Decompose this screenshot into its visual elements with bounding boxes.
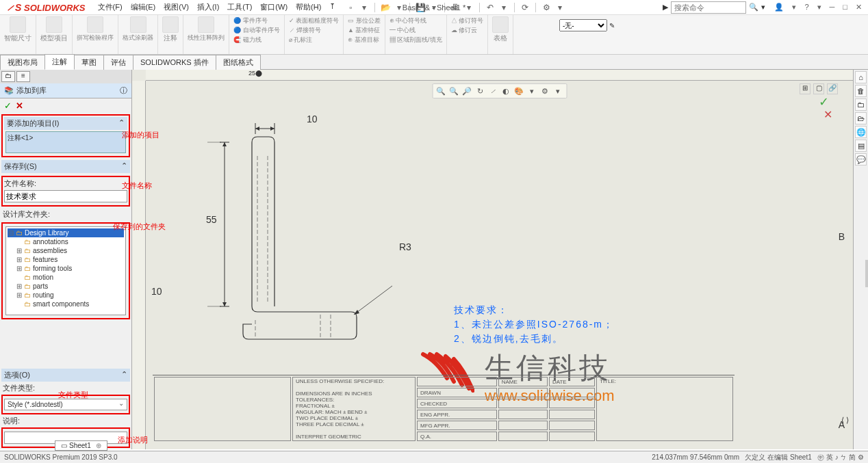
ribbon-revision[interactable]: △ 修订符号 ☁ 修订云 xyxy=(447,15,489,54)
task-home-icon[interactable]: ⌂ xyxy=(855,71,867,83)
title-block: UNLESS OTHERWISE SPECIFIED: DIMENSIONS A… xyxy=(153,375,735,442)
zoom-fit-icon[interactable]: 🔍 xyxy=(435,85,446,96)
status-mode: 欠定义 在编辑 Sheet1 xyxy=(745,453,811,461)
login-icon[interactable]: 👤 xyxy=(772,3,786,12)
rebuild-icon[interactable]: ⟳ xyxy=(520,2,531,13)
task-forum-icon[interactable]: 💬 xyxy=(855,153,867,166)
ribbon-note[interactable]: 注释 xyxy=(158,15,183,54)
appearance-icon[interactable]: 🎨 xyxy=(513,85,524,96)
search-container: ▶ 🔍 ▾ 👤▾ ?▾ ─ □ ✕ xyxy=(663,1,868,14)
items-listbox[interactable]: 注释<1> xyxy=(5,131,126,153)
viewport-close-icon[interactable]: ✕ xyxy=(824,108,832,121)
tab-sheet-format[interactable]: 图纸格式 xyxy=(216,55,261,70)
tree-node[interactable]: ⊞🗀features xyxy=(8,255,124,264)
design-library-tree[interactable]: ⊟🗀Design Library 🗀annotations ⊞🗀assembli… xyxy=(5,226,126,315)
filetype-combo[interactable]: Style (*.sldnotestl) xyxy=(4,399,127,410)
tree-node[interactable]: ⊞🗀routing xyxy=(8,291,124,300)
tree-node[interactable]: ⊞🗀forming tools xyxy=(8,264,124,273)
tree-root[interactable]: ⊟🗀Design Library xyxy=(8,228,124,237)
chevron-up-icon: ⌃ xyxy=(118,118,125,129)
zoom-area-icon[interactable]: 🔍 xyxy=(448,85,459,96)
tree-node[interactable]: 🗀smart components xyxy=(8,300,124,308)
sheet-icon: ▭ xyxy=(61,442,67,449)
tree-node[interactable]: ⊞🗀parts xyxy=(8,282,124,291)
panel-tab-config-icon[interactable]: ≡ xyxy=(16,71,30,82)
task-explorer-icon[interactable]: 🗁 xyxy=(855,112,867,124)
menu-view[interactable]: 视图(V) xyxy=(161,1,192,14)
options-icon[interactable]: ⚙ xyxy=(541,2,552,13)
minimize-button[interactable]: ─ xyxy=(828,3,837,12)
command-tabs: 视图布局 注解 草图 评估 SOLIDWORKS 插件 图纸格式 xyxy=(0,55,868,70)
canvas[interactable]: 🔍 🔍 🔎 ↻ ⟋ ◐ 🎨 ▾ ⚙ ▾ ⊞ ▢ 🔗 ✓ ✕ xyxy=(146,81,853,449)
search-icon[interactable]: 🔍 xyxy=(749,3,758,12)
close-button[interactable]: ✕ xyxy=(854,3,864,12)
open-icon[interactable]: 📂 xyxy=(380,2,391,13)
filetype-label: 文件类型: xyxy=(0,383,131,393)
viewport-controls: ⊞ ▢ 🔗 xyxy=(800,83,838,94)
ribbon-tables[interactable]: 表格 xyxy=(488,15,513,54)
panel-tab-feature-icon[interactable]: 🗀 xyxy=(1,71,15,82)
viewport-link-icon[interactable]: 🔗 xyxy=(827,83,838,94)
task-props-icon[interactable]: ▤ xyxy=(855,140,867,152)
sheet-tab[interactable]: ▭ Sheet1 ⊕ xyxy=(55,440,107,451)
section-icon[interactable]: ⟋ xyxy=(487,85,498,96)
rotate-icon[interactable]: ↻ xyxy=(474,85,485,96)
display-icon[interactable]: ◐ xyxy=(500,85,511,96)
task-library-icon[interactable]: 🗀 xyxy=(855,98,867,111)
tab-addins[interactable]: SOLIDWORKS 插件 xyxy=(133,55,216,70)
menu-tools[interactable]: 工具(T) xyxy=(225,1,255,14)
view-settings-icon[interactable]: ⚙ xyxy=(539,85,550,96)
tree-node[interactable]: ⊞🗀assemblies xyxy=(8,246,124,255)
viewport-max-icon[interactable]: ▢ xyxy=(813,83,824,94)
status-bar: SOLIDWORKS Premium 2019 SP3.0 214.037mm … xyxy=(0,451,868,463)
tab-sketch[interactable]: 草图 xyxy=(74,55,104,70)
search-input[interactable] xyxy=(671,1,746,14)
viewport-split-icon[interactable]: ⊞ xyxy=(800,83,810,94)
tab-annotate[interactable]: 注解 xyxy=(44,54,75,70)
menu-insert[interactable]: 插入(I) xyxy=(194,1,222,14)
status-ime[interactable]: ㊥ 英 ♪ ㄅ 简 ⚙ xyxy=(817,453,864,461)
ribbon-model-items[interactable]: 模型项目 xyxy=(36,15,73,54)
tab-view-layout[interactable]: 视图布局 xyxy=(0,55,45,70)
scroll-pager-icon[interactable]: ⟨ ⟩ xyxy=(841,416,849,425)
section-opts-header[interactable]: 选项(O)⌃ xyxy=(1,369,130,382)
new-icon[interactable]: ▫ xyxy=(345,2,356,13)
zoom-dyn-icon[interactable]: 🔎 xyxy=(461,85,472,96)
cancel-button[interactable]: ✕ xyxy=(16,101,23,111)
section-save-header[interactable]: 保存到(S)⌃ xyxy=(1,160,130,173)
search-toggle-icon[interactable]: ▶ xyxy=(663,3,668,12)
tree-node[interactable]: 🗀motion xyxy=(8,273,124,282)
ribbon-format-painter[interactable]: 格式涂刷器 xyxy=(118,15,158,54)
menu-window[interactable]: 窗口(W) xyxy=(257,1,290,14)
ribbon-balloon[interactable]: 🔵 零件序号 🔵 自动零件序号 🧲 磁力线 xyxy=(229,15,285,54)
panel-title: 添加到库 xyxy=(16,85,47,96)
ribbon-spell[interactable]: 拼写检验程序 xyxy=(73,15,118,54)
ribbon-linear-pattern[interactable]: 线性注释阵列 xyxy=(183,15,229,54)
ribbon-smart-dim[interactable]: 智能尺寸 xyxy=(0,15,36,54)
help-icon[interactable]: ? xyxy=(802,3,810,12)
ribbon-gdt[interactable]: ▭ 形位公差 ▲ 基准特征 ⊕ 基准目标 xyxy=(344,15,385,54)
ribbon-surface[interactable]: ✓ 表面粗糙度符号 ⟋ 焊接符号 ⌀ 孔标注 xyxy=(285,15,344,54)
scene-icon[interactable]: ▾ xyxy=(526,85,537,96)
maximize-button[interactable]: □ xyxy=(841,3,850,12)
menu-edit[interactable]: 编辑(E) xyxy=(128,1,159,14)
menu-file[interactable]: 文件(F) xyxy=(95,1,125,14)
accept-button[interactable]: ✓ xyxy=(4,101,12,111)
tree-node[interactable]: 🗀annotations xyxy=(8,237,124,246)
dim-bottom: 10 xyxy=(151,286,162,297)
task-appearance-icon[interactable]: 🌐 xyxy=(855,126,867,138)
filename-input[interactable] xyxy=(4,190,127,202)
section-items-header[interactable]: 要添加的项目(I)⌃ xyxy=(4,117,127,130)
tab-evaluate[interactable]: 评估 xyxy=(103,55,133,70)
panel-help-icon[interactable]: ⓘ xyxy=(120,85,127,96)
undo-icon[interactable]: ↶ xyxy=(485,2,496,13)
title-bar: ⟋S SOLIDWORKS 文件(F) 编辑(E) 视图(V) 插入(I) 工具… xyxy=(0,0,868,15)
menu-help[interactable]: 帮助(H) xyxy=(293,1,324,14)
task-recycle-icon[interactable]: 🗑 xyxy=(855,85,867,97)
drawing-area[interactable]: 25⬤ 🔍 🔍 🔎 ↻ ⟋ ◐ 🎨 ▾ ⚙ ▾ ⊞ ▢ 🔗 ✓ ✕ xyxy=(132,70,853,449)
ribbon-center[interactable]: ⊕ 中心符号线 ━ 中心线 ▦ 区域剖面线/填充 xyxy=(385,15,447,54)
library-icon: 📚 xyxy=(4,86,14,95)
desc-label: 说明: xyxy=(0,416,131,426)
layer-filter[interactable]: -无- ✎ xyxy=(559,19,615,31)
menu-pin-icon[interactable]: ⤒ xyxy=(327,1,338,14)
